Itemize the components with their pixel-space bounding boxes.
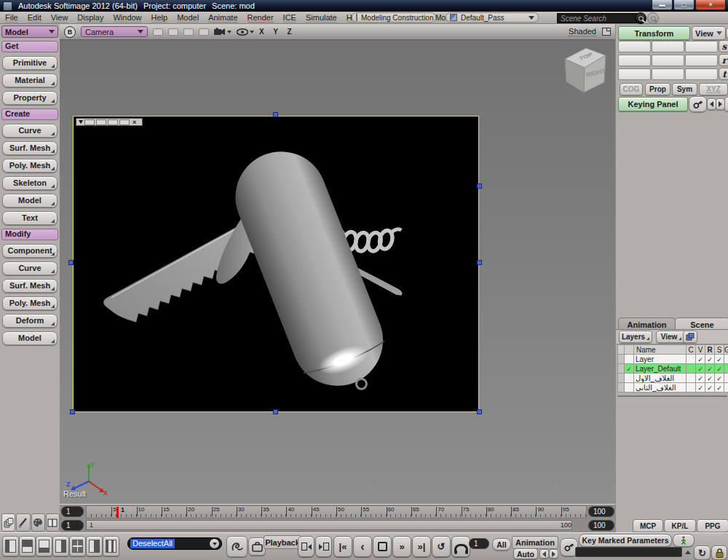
menu-render[interactable]: Render (248, 13, 274, 23)
auto-key-button[interactable]: Auto (513, 548, 538, 559)
layer-toggle-v[interactable]: ✓ (696, 355, 705, 364)
layer-toggle-c[interactable] (687, 364, 696, 374)
layer-toggle-g[interactable] (724, 355, 728, 364)
layer-toggle-s[interactable]: ✓ (715, 374, 724, 383)
button-text[interactable]: Text (2, 211, 58, 225)
close-button[interactable]: ✕ (695, 0, 726, 10)
selection-handle-right-middle[interactable] (477, 260, 482, 265)
memo-cam-slot[interactable] (183, 28, 194, 36)
menu-file[interactable]: File (5, 13, 18, 23)
key-icon[interactable] (689, 96, 707, 112)
transform-value-field[interactable] (685, 55, 718, 66)
menu-model[interactable]: Model (177, 13, 199, 23)
button-view-menu[interactable]: View (656, 331, 687, 343)
camera-view-select[interactable]: Camera (81, 26, 148, 37)
all-button[interactable]: All (492, 538, 511, 551)
layer-toggle-r[interactable]: ✓ (705, 374, 715, 383)
layer-row-layer[interactable]: Layer✓✓✓ (618, 355, 728, 364)
transform-value-field[interactable] (618, 41, 651, 52)
new-layer-icon[interactable] (683, 331, 697, 343)
selection-handle-bottom-center[interactable] (273, 409, 278, 414)
button-material[interactable]: Material (2, 74, 58, 87)
camera-icon[interactable] (214, 28, 232, 36)
button-layout-right-pane[interactable] (52, 536, 69, 556)
button-primitive[interactable]: Primitive (2, 56, 58, 70)
button-curve[interactable]: Curve (2, 124, 58, 138)
viewport-maximize-icon[interactable] (602, 28, 611, 36)
button-surf-mesh[interactable]: Surf. Mesh (2, 279, 58, 293)
loop-end-field[interactable]: 100 (588, 520, 614, 531)
row-selector-cell[interactable] (618, 355, 625, 364)
layer-toggle-r[interactable]: ✓ (705, 364, 715, 374)
layer-toggle-v[interactable]: ✓ (696, 364, 705, 374)
minimize-button[interactable]: ▬ (652, 0, 673, 10)
search-icon[interactable] (635, 12, 646, 24)
axis-button-t[interactable]: t (719, 68, 728, 80)
menu-view[interactable]: View (51, 13, 68, 23)
button-skeleton[interactable]: Skeleton (2, 176, 58, 190)
button-model[interactable]: Model (2, 331, 58, 345)
row-selector-cell[interactable] (618, 374, 625, 383)
palette-icon[interactable] (31, 513, 45, 532)
button-play[interactable]: » (392, 536, 411, 557)
layer-toggle-g[interactable] (724, 383, 728, 393)
transform-value-field[interactable] (685, 68, 718, 80)
active-layer-cell[interactable] (625, 383, 634, 393)
maximize-button[interactable]: ▢ (673, 0, 695, 10)
render-option-slot[interactable] (96, 119, 106, 125)
transform-value-field[interactable] (685, 41, 718, 52)
button-previous-frame[interactable]: ‹ (353, 536, 372, 557)
split-view-icon[interactable] (46, 513, 60, 532)
animation-menu-button[interactable]: Animation (512, 536, 558, 549)
section-header-create[interactable]: Create (1, 109, 58, 120)
layer-name-cell[interactable]: Layer_Default (634, 364, 687, 374)
layer-toggle-c[interactable] (687, 383, 696, 393)
character-key-icon[interactable] (673, 534, 695, 547)
transform-value-field[interactable] (618, 55, 651, 66)
button-stop[interactable] (373, 536, 392, 557)
button-layout-left-pane[interactable] (2, 536, 19, 556)
section-header-get[interactable]: Get (1, 41, 58, 52)
button-go-to-start[interactable]: |« (333, 536, 352, 557)
layer-toggle-s[interactable]: ✓ (715, 355, 724, 364)
layer-toggle-v[interactable]: ✓ (696, 374, 705, 383)
button-poly-mesh[interactable]: Poly. Mesh (2, 296, 58, 310)
layer-row-layer-default[interactable]: ✓Layer_Default✓✓✓ (618, 364, 728, 374)
script-command-input[interactable] (575, 547, 682, 557)
button-component[interactable]: Component (2, 244, 58, 258)
button-loop[interactable]: ↺ (432, 536, 451, 557)
selection-handle-left-middle[interactable] (68, 260, 74, 265)
button-layout-top-split[interactable] (19, 536, 36, 556)
active-layer-cell[interactable]: ✓ (625, 364, 634, 374)
layer-toggle-s[interactable]: ✓ (715, 364, 724, 374)
axis-button-r[interactable]: r (719, 54, 728, 66)
chevron-down-icon[interactable] (210, 539, 219, 548)
mcp-button[interactable]: MCP (633, 519, 663, 532)
layer-toggle-g[interactable] (724, 364, 728, 374)
menu-simulate[interactable]: Simulate (306, 13, 337, 23)
close-icon[interactable]: × (132, 119, 136, 125)
transform-value-field[interactable] (652, 41, 684, 52)
playhead[interactable] (116, 507, 119, 518)
frame-step-back-button[interactable] (298, 536, 314, 557)
menu-help[interactable]: Help (151, 13, 168, 23)
layer-name-cell[interactable]: الغلاف_الثاني (634, 383, 687, 393)
playback-button[interactable]: Playback (264, 535, 301, 549)
title-bar[interactable]: Autodesk Softimage 2012 (64-bit) Project… (0, 0, 728, 12)
menu-window[interactable]: Window (113, 13, 141, 23)
timeline-ruler[interactable]: 1 5101520253035404550556065707580859095 (86, 505, 587, 518)
layer-toggle-r[interactable]: ✓ (705, 383, 715, 393)
paint-tool-icon[interactable] (16, 513, 30, 532)
refresh-icon[interactable]: ↻ (694, 545, 711, 560)
button-layout-bottom-pane[interactable] (36, 536, 52, 556)
active-layer-cell[interactable] (625, 374, 634, 383)
selection-handle-top-center[interactable] (273, 112, 278, 117)
button-surf-mesh[interactable]: Surf. Mesh (2, 141, 58, 155)
auto-prev-button[interactable] (539, 549, 549, 559)
layer-row-الغلاف-الاول[interactable]: الغلاف_الاول✓✓✓ (618, 374, 728, 383)
button-layers-menu[interactable]: Layers (619, 331, 652, 343)
menu-animate[interactable]: Animate (208, 13, 237, 23)
layer-toggle-v[interactable]: ✓ (696, 383, 705, 393)
button-deform[interactable]: Deform (2, 314, 58, 328)
layers-stack-icon[interactable] (1, 513, 15, 532)
